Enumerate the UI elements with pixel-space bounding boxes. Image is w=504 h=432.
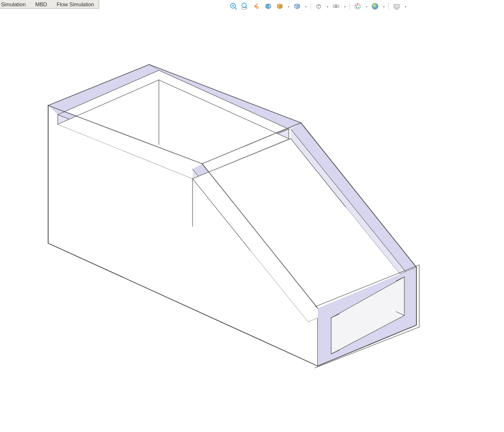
view-orientation-icon[interactable] xyxy=(275,1,284,11)
command-manager-tabs: Simulation MBD Flow Simulation xyxy=(0,0,99,10)
dropdown-arrow-icon[interactable]: ▾ xyxy=(325,2,329,11)
heads-up-view-toolbar: ▾ ▾ ▾ ▾ ▾ xyxy=(229,1,407,12)
svg-marker-6 xyxy=(268,4,271,9)
svg-marker-47 xyxy=(404,267,416,325)
tab-flow-simulation[interactable]: Flow Simulation xyxy=(52,0,100,9)
dropdown-arrow-icon[interactable]: ▾ xyxy=(304,2,308,11)
svg-line-1 xyxy=(235,8,237,10)
apply-scene-icon[interactable] xyxy=(370,1,380,11)
svg-point-22 xyxy=(356,7,358,9)
dropdown-arrow-icon[interactable]: ▾ xyxy=(382,2,386,11)
svg-point-24 xyxy=(372,3,378,10)
svg-rect-26 xyxy=(396,8,398,9)
svg-point-19 xyxy=(357,4,359,5)
toolbar-separator xyxy=(310,3,311,10)
tab-mbd[interactable]: MBD xyxy=(30,0,52,9)
display-style-icon[interactable] xyxy=(292,1,302,11)
svg-rect-27 xyxy=(395,9,399,10)
dropdown-arrow-icon[interactable]: ▾ xyxy=(343,2,347,11)
edit-appearance-icon[interactable] xyxy=(353,1,362,11)
zoom-to-area-icon[interactable] xyxy=(240,1,250,11)
section-view-icon[interactable] xyxy=(263,1,273,11)
hide-show-items-icon[interactable] xyxy=(314,1,323,11)
svg-rect-25 xyxy=(394,4,400,8)
dropdown-arrow-icon[interactable]: ▾ xyxy=(364,2,368,11)
graphics-viewport[interactable]: .edge { stroke:#4a4a4a; stroke-width:1.2… xyxy=(0,0,504,432)
view-settings-icon[interactable] xyxy=(392,1,401,11)
toolbar-separator xyxy=(388,3,389,10)
toolbar-separator xyxy=(349,3,350,10)
tab-simulation[interactable]: Simulation xyxy=(0,0,31,9)
svg-point-21 xyxy=(358,7,360,9)
eye-visibility-icon[interactable] xyxy=(331,1,341,11)
svg-point-23 xyxy=(356,5,357,7)
zoom-to-fit-icon[interactable] xyxy=(229,1,238,11)
dropdown-arrow-icon[interactable]: ▾ xyxy=(286,2,290,11)
previous-view-icon[interactable] xyxy=(252,1,261,11)
svg-point-20 xyxy=(359,5,360,7)
dropdown-arrow-icon[interactable]: ▾ xyxy=(403,2,407,11)
svg-point-17 xyxy=(335,5,337,7)
